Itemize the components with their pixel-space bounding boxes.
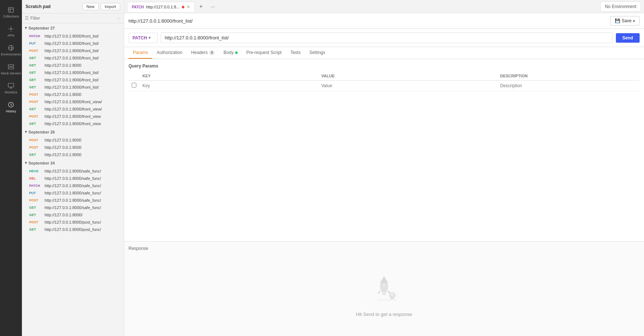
filter-input[interactable] (30, 16, 117, 21)
list-item[interactable]: POST http://127.0.0.1:8000 (22, 91, 124, 98)
sidebar-item-label: History (6, 109, 16, 113)
params-col-value: VALUE (318, 72, 497, 81)
history-group: ▾September 26 POST http://127.0.0.1:8000… (22, 127, 124, 158)
history-url: http://127.0.0.1:8000/safe_func/ (45, 191, 101, 195)
history-url: http://127.0.0.1:8000/post_func/ (45, 227, 101, 232)
list-item[interactable]: GET http://127.0.0.1:8000/front_list/ (22, 76, 124, 84)
list-item[interactable]: GET http://127.0.0.1:8000 (22, 151, 124, 158)
svg-rect-5 (8, 65, 14, 66)
response-label: Response (129, 246, 148, 251)
tab-params[interactable]: Params (129, 47, 152, 59)
params-col-key: KEY (139, 72, 318, 81)
method-badge: GET (29, 122, 42, 125)
tab-dot-green (235, 51, 238, 54)
history-url: http://127.0.0.1:8000/safe_func/ (45, 184, 101, 188)
sidebar-item-environments[interactable]: Environments (0, 41, 22, 60)
method-badge: GET (29, 56, 42, 60)
list-item[interactable]: GET http://127.0.0.1:8000/front_list/ (22, 69, 124, 76)
list-item[interactable]: PUT http://127.0.0.1:8000/safe_func/ (22, 189, 124, 197)
sidebar-item-history[interactable]: History (0, 98, 22, 117)
params-empty-row (129, 81, 640, 91)
list-item[interactable]: GET http://127.0.0.1:8000 (22, 62, 124, 69)
history-list: ▾September 27 PATCH http://127.0.0.1:800… (22, 23, 124, 336)
method-badge: GET (29, 63, 42, 67)
method-select[interactable]: PATCH ▾ (129, 33, 158, 43)
save-button[interactable]: 💾 Save ▾ (610, 16, 640, 26)
tab-headers[interactable]: Headers8 (187, 47, 219, 59)
tab-authorization[interactable]: Authorization (152, 47, 187, 59)
tab-pre-request-script[interactable]: Pre-request Script (242, 47, 286, 59)
history-url: http://127.0.0.1:8000 (45, 145, 81, 150)
method-badge: POST (29, 146, 42, 149)
save-label: Save (622, 18, 632, 23)
send-button[interactable]: Send (616, 33, 640, 43)
params-col-checkbox (129, 72, 139, 81)
history-url: http://127.0.0.1:8000/safe_func/ (45, 169, 101, 173)
more-options-icon[interactable]: ··· (117, 16, 121, 21)
list-item[interactable]: DEL http://127.0.0.1:8000/safe_func/ (22, 175, 124, 182)
list-item[interactable]: GET http://127.0.0.1:8000/post_func/ (22, 226, 124, 233)
list-item[interactable]: GET http://127.0.0.1:8000/front_view/ (22, 105, 124, 113)
method-badge: PATCH (29, 34, 42, 38)
group-date: September 24 (28, 161, 55, 165)
sidebar-item-monitors[interactable]: Monitors (0, 79, 22, 98)
url-display: http://127.0.0.1:8000/front_list/ (129, 18, 610, 24)
svg-rect-6 (8, 67, 14, 69)
tab-label: Body (223, 50, 233, 55)
method-badge: GET (29, 213, 42, 217)
tab-label: Pre-request Script (246, 50, 282, 55)
list-item[interactable]: GET http://127.0.0.1:8000/safe_func/ (22, 204, 124, 211)
list-item[interactable]: GET http://127.0.0.1:8000/ (22, 211, 124, 219)
url-input[interactable] (161, 32, 613, 43)
params-row-checkbox[interactable] (131, 83, 137, 88)
method-url-bar: PATCH ▾ Send (124, 29, 644, 47)
history-url: http://127.0.0.1:8000 (45, 152, 81, 157)
save-icon: 💾 (615, 18, 620, 23)
no-environment-button[interactable]: No Environment (600, 1, 641, 12)
history-url: http://127.0.0.1:8000/front_list/ (45, 70, 99, 75)
params-description-input[interactable] (500, 83, 637, 88)
method-badge: GET (29, 78, 42, 82)
method-badge: PUT (29, 191, 42, 195)
list-item[interactable]: PATCH http://127.0.0.1:8000/safe_func/ (22, 182, 124, 189)
tab-settings[interactable]: Settings (305, 47, 329, 59)
svg-rect-21 (390, 297, 394, 299)
params-key-input[interactable] (142, 83, 315, 88)
list-item[interactable]: HEAD http://127.0.0.1:8000/safe_func/ (22, 167, 124, 175)
list-item[interactable]: POST http://127.0.0.1:8000/front_list/ (22, 47, 124, 54)
tab-label: Settings (309, 50, 325, 55)
list-item[interactable]: GET http://127.0.0.1:8000/front_view (22, 120, 124, 127)
tab-more-button[interactable]: ··· (207, 1, 219, 12)
list-item[interactable]: POST http://127.0.0.1:8000 (22, 136, 124, 144)
sidebar-item-collections[interactable]: Collections (0, 3, 22, 22)
tab-tests[interactable]: Tests (286, 47, 305, 59)
list-item[interactable]: PUT http://127.0.0.1:8000/front_list/ (22, 40, 124, 47)
params-value-input[interactable] (321, 83, 494, 88)
tab-method-label: PATCH (132, 5, 144, 9)
list-item[interactable]: POST http://127.0.0.1:8000/post_func/ (22, 219, 124, 226)
list-item[interactable]: POST http://127.0.0.1:8000/front_view (22, 113, 124, 120)
history-url: http://127.0.0.1:8000/front_view/ (45, 100, 102, 104)
tab-item-patch[interactable]: PATCH http://127.0.0.1:8... ✕ (127, 2, 195, 12)
tab-close-icon[interactable]: ✕ (187, 4, 190, 9)
history-group-header[interactable]: ▾September 27 (22, 23, 124, 32)
history-group-header[interactable]: ▾September 24 (22, 158, 124, 167)
list-item[interactable]: POST http://127.0.0.1:8000/safe_func/ (22, 197, 124, 204)
sidebar-item-mock-servers[interactable]: Mock Servers (0, 60, 22, 79)
group-date: September 26 (28, 130, 55, 134)
tab-body[interactable]: Body (219, 47, 242, 59)
list-item[interactable]: GET http://127.0.0.1:8000/front_list/ (22, 84, 124, 91)
new-button[interactable]: New (83, 3, 99, 10)
history-group-header[interactable]: ▾September 26 (22, 127, 124, 136)
params-table: KEY VALUE DESCRIPTION (129, 72, 640, 91)
left-panel-toolbar: ☰ ··· (22, 13, 124, 23)
list-item[interactable]: PATCH http://127.0.0.1:8000/front_list/ (22, 32, 124, 40)
list-item[interactable]: GET http://127.0.0.1:8000/front_list/ (22, 54, 124, 62)
import-button[interactable]: Import (101, 3, 120, 10)
list-item[interactable]: POST http://127.0.0.1:8000/front_view/ (22, 98, 124, 105)
history-url: http://127.0.0.1:8000 (45, 138, 81, 142)
tab-url-label: http://127.0.0.1:8... (146, 5, 180, 9)
sidebar-item-apis[interactable]: APIs (0, 22, 22, 41)
list-item[interactable]: POST http://127.0.0.1:8000 (22, 144, 124, 151)
new-tab-button[interactable]: + (196, 1, 206, 12)
